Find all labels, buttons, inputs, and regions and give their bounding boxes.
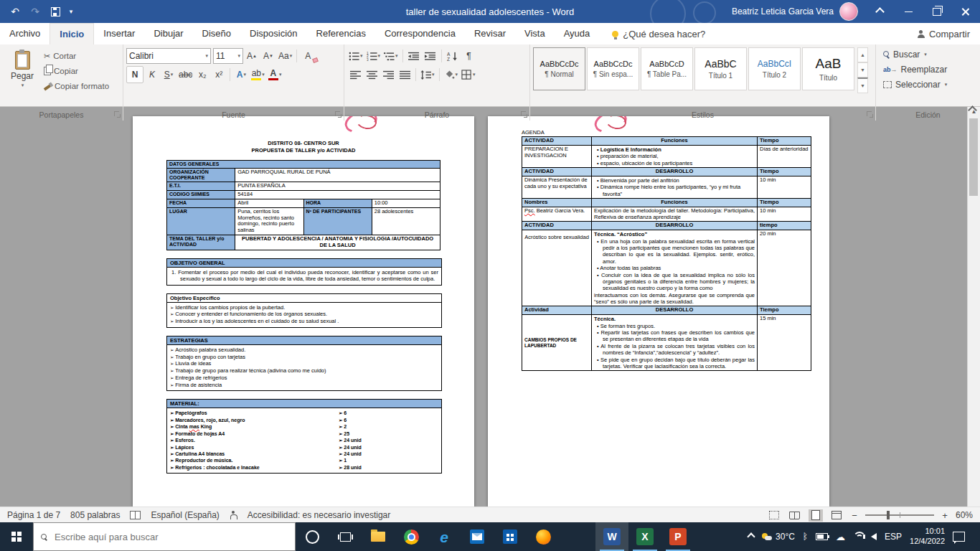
taskbar-mail[interactable] — [461, 522, 494, 551]
weather-widget[interactable]: 30°C — [762, 532, 795, 542]
accessibility-icon[interactable] — [230, 511, 237, 519]
grow-font-button[interactable]: A▲ — [244, 48, 260, 64]
style-titulo[interactable]: AaB Título — [802, 47, 854, 90]
tab-disposicion[interactable]: Disposición — [240, 23, 306, 44]
taskbar-powerpoint[interactable]: P — [661, 522, 694, 551]
maximize-button[interactable] — [923, 0, 951, 23]
underline-button[interactable]: S▾ — [161, 67, 176, 83]
tab-inicio[interactable]: Inicio — [50, 23, 94, 45]
document-page-2[interactable]: AGENDA ACTIVIDAD Funciones Tiempo PREPAR… — [488, 116, 829, 507]
taskbar-edge[interactable]: e — [428, 522, 461, 551]
taskbar-clock[interactable]: 10:01 12/4/2022 — [910, 527, 945, 547]
bluetooth-icon[interactable]: ᛒ — [803, 532, 808, 542]
network-icon[interactable] — [853, 534, 863, 540]
shading-button[interactable]: ▾ — [443, 67, 460, 83]
word-count[interactable]: 805 palabras — [70, 510, 120, 520]
read-mode-button[interactable] — [788, 509, 802, 522]
taskbar-excel[interactable]: X — [628, 522, 661, 551]
taskbar-word[interactable]: W — [595, 522, 628, 551]
tab-dibujar[interactable]: Dibujar — [144, 23, 192, 44]
focus-mode-button[interactable] — [767, 509, 781, 522]
cortana-button[interactable] — [296, 522, 329, 551]
increase-indent-button[interactable] — [423, 48, 438, 64]
style-sin-espaciado[interactable]: AaBbCcDc ¶ Sin espa... — [587, 47, 639, 90]
tab-insertar[interactable]: Insertar — [94, 23, 144, 44]
cut-button[interactable]: ✂Cortar — [42, 49, 111, 63]
sort-button[interactable]: AZ — [445, 48, 461, 64]
taskbar-store[interactable] — [494, 522, 527, 551]
styles-scroll-up-icon[interactable]: ▲ — [857, 47, 868, 62]
font-dialog-launcher-icon[interactable] — [335, 111, 341, 118]
tab-referencias[interactable]: Referencias — [307, 23, 375, 44]
borders-button[interactable]: ▾ — [460, 67, 477, 83]
style-titulo-1[interactable]: AaBbC Título 1 — [694, 47, 747, 90]
tab-archivo[interactable]: Archivo — [0, 23, 50, 44]
bullet-list-button[interactable]: ▾ — [347, 48, 364, 64]
account-avatar[interactable] — [839, 2, 858, 21]
superscript-button[interactable]: x² — [211, 67, 227, 83]
line-spacing-button[interactable]: ▾ — [419, 67, 436, 83]
subscript-button[interactable]: x₂ — [194, 67, 210, 83]
taskbar-chrome[interactable] — [395, 522, 428, 551]
proofing-status-icon[interactable] — [130, 511, 141, 519]
find-button[interactable]: Buscar▾ — [883, 47, 977, 62]
zoom-level[interactable]: 60% — [956, 510, 973, 520]
align-right-button[interactable] — [380, 67, 396, 83]
tab-diseno[interactable]: Diseño — [193, 23, 240, 44]
share-button[interactable]: Compartir — [918, 29, 970, 39]
tab-vista[interactable]: Vista — [515, 23, 555, 44]
justify-button[interactable] — [397, 67, 413, 83]
agenda-table[interactable]: ACTIVIDAD Funciones Tiempo PREPARACION E… — [522, 136, 811, 371]
document-page-1[interactable]: DISTRITO 08- CENTRO SUR PROPUESTA DE TAL… — [133, 116, 474, 507]
styles-dialog-launcher-icon[interactable] — [867, 111, 873, 118]
font-name-select[interactable]: Calibri▾ — [126, 48, 211, 64]
zoom-out-button[interactable]: − — [850, 510, 859, 521]
style-table-paragraph[interactable]: AaBbCcD ¶ Table Pa... — [641, 47, 693, 90]
replace-button[interactable]: abReemplazar — [883, 62, 977, 77]
tab-correspondencia[interactable]: Correspondencia — [375, 23, 465, 44]
zoom-in-button[interactable]: + — [941, 510, 949, 521]
numbered-list-button[interactable]: 123▾ — [365, 48, 382, 64]
clear-formatting-button[interactable]: A — [300, 48, 316, 64]
redo-icon[interactable]: ↷ — [26, 2, 44, 21]
taskbar-search[interactable] — [33, 522, 296, 551]
print-layout-button[interactable] — [809, 509, 823, 522]
copy-button[interactable]: Copiar — [42, 64, 111, 78]
vertical-scrollbar[interactable]: ▲ — [967, 106, 980, 507]
zoom-slider-thumb[interactable] — [887, 511, 890, 519]
change-case-button[interactable]: Aa▾ — [277, 48, 293, 64]
web-layout-button[interactable] — [829, 509, 844, 522]
taskbar-file-explorer[interactable] — [362, 522, 395, 551]
hidden-icons-button[interactable] — [748, 534, 754, 540]
save-icon[interactable] — [46, 2, 65, 21]
select-button[interactable]: Seleccionar▾ — [883, 77, 977, 92]
tab-ayuda[interactable]: Ayuda — [555, 23, 600, 44]
highlight-color-button[interactable]: ab▾ — [250, 67, 266, 83]
paste-dropdown-icon[interactable]: ▾ — [22, 83, 24, 88]
zoom-slider[interactable] — [865, 514, 934, 516]
style-normal[interactable]: AaBbCcDc ¶ Normal — [533, 47, 585, 90]
text-effects-button[interactable]: A▾ — [233, 67, 249, 83]
datos-generales-table[interactable]: DATOS GENERALES ORGANIZACIÓN COOPERANTE … — [166, 160, 440, 250]
font-color-button[interactable]: A▾ — [267, 67, 283, 83]
multilevel-list-button[interactable]: ▾ — [382, 48, 400, 64]
customize-qat-icon[interactable]: ▾ — [66, 2, 76, 21]
action-center-button[interactable] — [953, 532, 965, 542]
styles-scroll-down-icon[interactable]: ▼ — [857, 62, 868, 77]
minimize-button[interactable] — [894, 0, 923, 23]
paste-button[interactable]: Pegar ▾ — [3, 47, 42, 93]
page-indicator[interactable]: Página 1 de 7 — [7, 510, 60, 520]
format-painter-button[interactable]: Copiar formato — [42, 79, 111, 93]
tell-me-box[interactable]: ¿Qué desea hacer? — [612, 29, 705, 39]
document-canvas[interactable]: DISTRITO 08- CENTRO SUR PROPUESTA DE TAL… — [0, 106, 980, 507]
close-button[interactable] — [951, 0, 980, 23]
font-size-select[interactable]: 11▾ — [213, 48, 243, 64]
undo-icon[interactable]: ↶ — [6, 2, 24, 21]
start-button[interactable] — [0, 522, 33, 551]
search-input[interactable] — [53, 531, 288, 543]
show-paragraph-marks-button[interactable]: ¶ — [461, 48, 477, 64]
keyboard-language[interactable]: ESP — [885, 532, 902, 542]
paragraph-dialog-launcher-icon[interactable] — [521, 111, 527, 118]
clipboard-dialog-launcher-icon[interactable] — [114, 111, 121, 118]
decrease-indent-button[interactable] — [406, 48, 422, 64]
